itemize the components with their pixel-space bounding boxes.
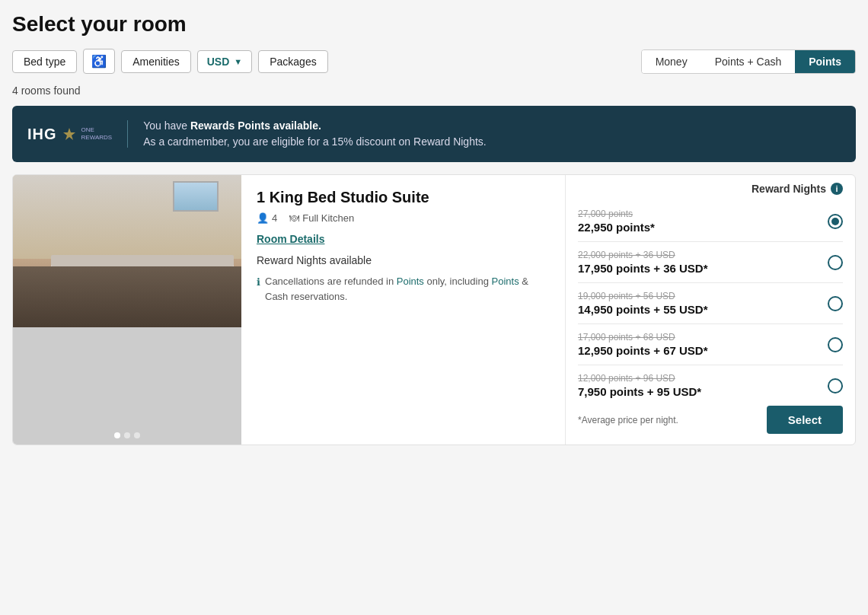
price-original: 17,000 points + 68 USD: [578, 332, 828, 343]
cancellation-note: ℹ Cancellations are refunded in Points o…: [257, 274, 550, 304]
ihg-rewards-banner: IHG ONE REWARDS You have Rewards Points …: [12, 106, 856, 162]
price-radio-1[interactable]: [828, 255, 843, 270]
page-title: Select your room: [12, 12, 856, 37]
money-tab[interactable]: Money: [642, 50, 701, 73]
rooms-found-label: 4 rooms found: [12, 84, 856, 97]
room-image-wrap: [13, 175, 241, 445]
ihg-logo-icon: [62, 126, 77, 142]
filter-bar: Bed type ♿ Amenities USD ▼ Packages Mone…: [12, 49, 856, 74]
filter-left-group: Bed type ♿ Amenities USD ▼ Packages: [12, 49, 328, 74]
info-icon: ℹ: [257, 275, 260, 290]
price-radio-4[interactable]: [828, 378, 843, 394]
price-original: 22,000 points + 36 USD: [578, 250, 828, 260]
ihg-banner-divider: [127, 120, 128, 148]
price-row[interactable]: 12,000 points + 96 USD 7,950 points + 95…: [578, 365, 843, 406]
reward-nights-info-icon[interactable]: i: [831, 183, 843, 195]
points-cash-link[interactable]: Points: [492, 276, 519, 287]
ihg-logo-text: IHG: [27, 126, 57, 143]
guest-count: 👤 4: [257, 212, 277, 224]
ihg-logo: IHG ONE REWARDS: [27, 126, 112, 143]
image-dots: [114, 432, 140, 438]
price-radio-2[interactable]: [828, 296, 843, 311]
room-details-link[interactable]: Room Details: [257, 233, 550, 245]
ihg-one-rewards-text: ONE REWARDS: [81, 126, 113, 141]
reward-nights-available: Reward Nights available: [257, 254, 550, 266]
kitchen-icon: 🍽: [289, 212, 299, 224]
avg-price-note: *Average price per night.: [578, 415, 678, 425]
footer-row: *Average price per night. Select: [578, 406, 843, 434]
price-rows-container: 27,000 points 22,950 points* 22,000 poin…: [578, 201, 843, 406]
ihg-banner-message: You have Rewards Points available. As a …: [143, 118, 487, 150]
price-original: 19,000 points + 56 USD: [578, 291, 828, 301]
room-photo: [13, 175, 241, 327]
price-row[interactable]: 17,000 points + 68 USD 12,950 points + 6…: [578, 324, 843, 365]
reward-nights-header: Reward Nights i: [578, 183, 843, 195]
page-container: Select your room Bed type ♿ Amenities US…: [0, 0, 868, 464]
price-details: 17,000 points + 68 USD 12,950 points + 6…: [578, 332, 828, 357]
price-details: 19,000 points + 56 USD 14,950 points + 5…: [578, 291, 828, 316]
price-details: 12,000 points + 96 USD 7,950 points + 95…: [578, 373, 828, 398]
currency-button[interactable]: USD ▼: [197, 50, 252, 73]
pricing-panel: Reward Nights i 27,000 points 22,950 poi…: [566, 175, 855, 445]
room-meta: 👤 4 🍽 Full Kitchen: [257, 212, 550, 224]
room-card: 1 King Bed Studio Suite 👤 4 🍽 Full Kitch…: [12, 174, 856, 445]
dot-1[interactable]: [114, 432, 120, 438]
currency-label: USD: [207, 56, 230, 68]
points-tab[interactable]: Points: [795, 50, 855, 73]
amenities-button[interactable]: Amenities: [121, 50, 190, 73]
bed-type-button[interactable]: Bed type: [12, 50, 77, 73]
price-main: 7,950 points + 95 USD*: [578, 385, 828, 398]
dot-3[interactable]: [134, 432, 140, 438]
price-main: 12,950 points + 67 USD*: [578, 344, 828, 357]
accessibility-button[interactable]: ♿: [83, 49, 115, 74]
payment-toggle: Money Points + Cash Points: [641, 49, 856, 74]
price-main: 17,950 points + 36 USD*: [578, 262, 828, 275]
points-cash-tab[interactable]: Points + Cash: [701, 50, 796, 73]
price-row[interactable]: 19,000 points + 56 USD 14,950 points + 5…: [578, 283, 843, 324]
accessibility-icon: ♿: [91, 54, 107, 69]
price-row[interactable]: 22,000 points + 36 USD 17,950 points + 3…: [578, 242, 843, 283]
price-main: 14,950 points + 55 USD*: [578, 303, 828, 316]
packages-button[interactable]: Packages: [258, 50, 327, 73]
price-original: 27,000 points: [578, 209, 828, 219]
price-row[interactable]: 27,000 points 22,950 points*: [578, 201, 843, 242]
room-info-panel: 1 King Bed Studio Suite 👤 4 🍽 Full Kitch…: [241, 175, 566, 445]
dot-2[interactable]: [124, 432, 130, 438]
room-name: 1 King Bed Studio Suite: [257, 189, 550, 206]
kitchen-info: 🍽 Full Kitchen: [289, 212, 354, 224]
chevron-down-icon: ▼: [234, 57, 242, 66]
price-details: 22,000 points + 36 USD 17,950 points + 3…: [578, 250, 828, 275]
person-icon: 👤: [257, 212, 269, 224]
price-radio-3[interactable]: [828, 337, 843, 352]
price-details: 27,000 points 22,950 points*: [578, 209, 828, 234]
price-original: 12,000 points + 96 USD: [578, 373, 828, 384]
select-button[interactable]: Select: [767, 406, 843, 434]
points-link[interactable]: Points: [397, 276, 424, 287]
price-main: 22,950 points*: [578, 221, 828, 234]
price-radio-0[interactable]: [828, 214, 843, 229]
